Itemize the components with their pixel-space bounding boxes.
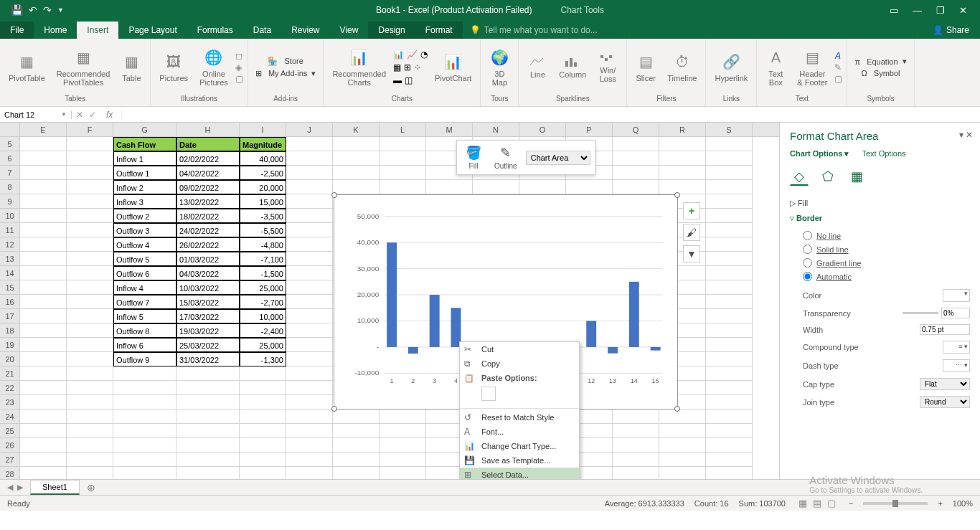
color-picker[interactable]: ▾: [943, 289, 970, 302]
ctx-select-data[interactable]: ⊞Select Data...: [460, 468, 579, 479]
cell[interactable]: [113, 424, 176, 438]
cell[interactable]: [706, 467, 753, 479]
cell[interactable]: Outflow 6: [113, 266, 176, 280]
cell[interactable]: [67, 151, 113, 166]
ctx-reset-match[interactable]: ↺Reset to Match Style: [460, 410, 579, 425]
tab-pagelayout[interactable]: Page Layout: [118, 22, 187, 39]
cell[interactable]: [67, 438, 113, 453]
cell[interactable]: [659, 410, 706, 424]
cell[interactable]: [113, 381, 176, 395]
cell[interactable]: -4,800: [240, 237, 286, 252]
compound-type-picker[interactable]: ≡ ▾: [943, 341, 970, 354]
row-header-18[interactable]: 18: [0, 323, 20, 338]
worksheet-grid[interactable]: EFGHIJKLMNOPQRS 5Cash FlowDateMagnitude6…: [0, 123, 779, 479]
timeline-button[interactable]: ⏱Timeline: [663, 50, 701, 84]
row-header-12[interactable]: 12: [0, 237, 20, 252]
cell[interactable]: Magnitude: [240, 137, 286, 151]
cell[interactable]: [286, 352, 333, 366]
scatter-chart-icon[interactable]: ⁘: [414, 62, 421, 72]
cell[interactable]: [706, 366, 753, 381]
cell[interactable]: [473, 180, 519, 194]
cell[interactable]: [613, 453, 659, 467]
cell[interactable]: [20, 151, 67, 166]
col-header-S[interactable]: S: [706, 123, 753, 136]
cell[interactable]: 25,000: [240, 280, 286, 295]
cell[interactable]: -1,500: [240, 266, 286, 280]
border-section-header[interactable]: ▿ Border: [790, 211, 970, 226]
col-header-F[interactable]: F: [67, 123, 113, 136]
cell[interactable]: [67, 280, 113, 295]
cell[interactable]: [176, 453, 240, 467]
cell[interactable]: 01/03/2022: [176, 252, 240, 266]
tab-data[interactable]: Data: [243, 22, 281, 39]
cell[interactable]: [333, 180, 380, 194]
cell[interactable]: [286, 366, 333, 381]
cell[interactable]: [706, 295, 753, 309]
slicer-button[interactable]: ▤Slicer: [631, 50, 660, 84]
cell[interactable]: [240, 438, 286, 453]
hyperlink-button[interactable]: 🔗Hyperlink: [710, 50, 752, 84]
cell[interactable]: 17/03/2022: [176, 309, 240, 323]
row-header-5[interactable]: 5: [0, 137, 20, 151]
cell[interactable]: [333, 424, 380, 438]
cell[interactable]: [240, 410, 286, 424]
zoom-slider[interactable]: [863, 502, 928, 505]
col-header-K[interactable]: K: [333, 123, 380, 136]
cell[interactable]: [67, 180, 113, 194]
row-header-8[interactable]: 8: [0, 180, 20, 194]
cell[interactable]: [706, 453, 753, 467]
cell[interactable]: [67, 137, 113, 151]
row-header-11[interactable]: 11: [0, 223, 20, 237]
pictures-button[interactable]: 🖼Pictures: [155, 50, 192, 84]
cell[interactable]: Date: [176, 137, 240, 151]
cell[interactable]: Outflow 3: [113, 223, 176, 237]
minimize-icon[interactable]: —: [913, 5, 922, 16]
tab-insert[interactable]: Insert: [77, 22, 118, 39]
chart-add-element-button[interactable]: +: [683, 202, 700, 219]
cell[interactable]: Outlfow 5: [113, 252, 176, 266]
cell[interactable]: 10/03/2022: [176, 280, 240, 295]
cell[interactable]: Inflow 6: [113, 338, 176, 352]
object-icon[interactable]: ▢: [834, 74, 842, 84]
resize-handle[interactable]: [331, 192, 337, 198]
cell[interactable]: [706, 180, 753, 194]
sparkline-wl-button[interactable]: Win/ Loss: [593, 49, 622, 85]
cell[interactable]: [286, 180, 333, 194]
ctx-change-chart-type[interactable]: 📊Change Chart Type...: [460, 439, 579, 453]
cell[interactable]: 13/02/2022: [176, 194, 240, 209]
cell[interactable]: [20, 453, 67, 467]
cell[interactable]: Outflow 2: [113, 209, 176, 223]
cell[interactable]: [706, 166, 753, 180]
col-header-R[interactable]: R: [659, 123, 706, 136]
cell[interactable]: [286, 410, 333, 424]
cell[interactable]: [240, 424, 286, 438]
ctx-font[interactable]: AFont...: [460, 425, 579, 439]
row-header-26[interactable]: 26: [0, 438, 20, 453]
cell[interactable]: Inflow 5: [113, 309, 176, 323]
cell[interactable]: 04/03/2022: [176, 266, 240, 280]
pivotchart-button[interactable]: 📊PivotChart: [430, 50, 476, 84]
ctx-copy[interactable]: ⧉Copy: [460, 356, 579, 371]
equation-button[interactable]: π Equation ▾: [852, 56, 909, 67]
cell[interactable]: [286, 237, 333, 252]
row-header-21[interactable]: 21: [0, 366, 20, 381]
cell[interactable]: Outflow 9: [113, 352, 176, 366]
cell[interactable]: [67, 467, 113, 479]
cell[interactable]: [67, 323, 113, 338]
cell[interactable]: [113, 453, 176, 467]
cell[interactable]: [659, 453, 706, 467]
cell[interactable]: [20, 137, 67, 151]
cell[interactable]: [67, 424, 113, 438]
radio-gradient-line[interactable]: Gradient line: [803, 256, 970, 270]
join-type-select[interactable]: Round: [920, 396, 970, 408]
cell[interactable]: Inflow 2: [113, 180, 176, 194]
cell[interactable]: 19/03/2022: [176, 323, 240, 338]
cell[interactable]: [380, 467, 426, 479]
cell[interactable]: [566, 180, 613, 194]
transparency-input[interactable]: [941, 308, 970, 318]
cell[interactable]: [706, 151, 753, 166]
resize-handle[interactable]: [674, 406, 680, 412]
combo-chart-icon[interactable]: ◫: [405, 75, 413, 85]
cell[interactable]: [706, 252, 753, 266]
screenshot-icon[interactable]: ▢: [235, 74, 243, 84]
